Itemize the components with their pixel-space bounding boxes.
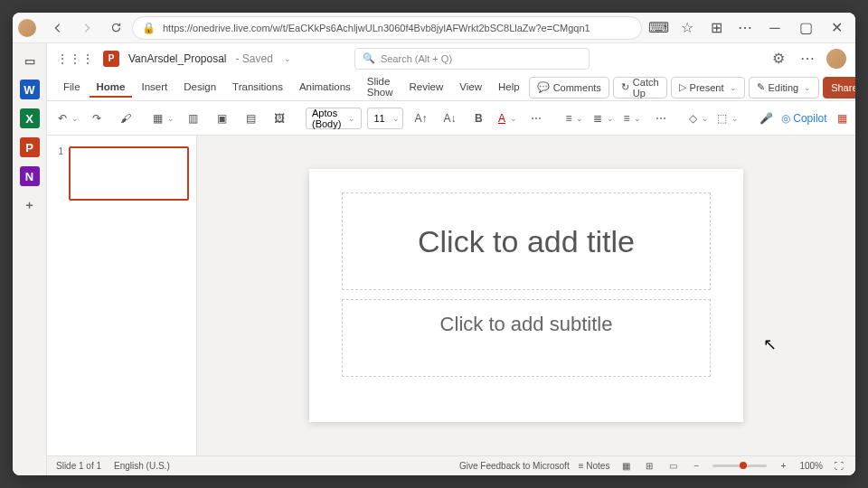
reset-button[interactable]: ▣ (210, 107, 233, 130)
editing-button[interactable]: ✎ Editing ⌄ (749, 77, 820, 99)
ribbon: ↶⌄ ↷ 🖌 ▦⌄ ▥ ▣ ▤ 🖼 Aptos (Body)⌄ 11⌄ A↑ A… (47, 101, 855, 136)
main: ⋮⋮⋮ P VanArsdel_Proposal - Saved ⌄ 🔍 Sea… (47, 43, 855, 475)
profile-avatar[interactable] (18, 19, 36, 37)
user-avatar[interactable] (826, 49, 846, 69)
language-indicator[interactable]: English (U.S.) (114, 461, 170, 471)
dock-excel[interactable]: X (20, 108, 40, 128)
minimize-button[interactable]: ─ (761, 15, 788, 41)
decrease-font-button[interactable]: A↓ (438, 107, 461, 130)
maximize-button[interactable]: ▢ (792, 15, 819, 41)
lock-icon: 🔒 (142, 22, 156, 34)
powerpoint-logo: P (103, 51, 119, 67)
settings-icon[interactable]: ⚙ (769, 49, 788, 69)
bold-button[interactable]: B (467, 107, 490, 130)
zoom-in-button[interactable]: + (776, 459, 790, 474)
notes-button[interactable]: ≡ Notes (579, 461, 610, 471)
tab-file[interactable]: File (56, 78, 88, 98)
tab-view[interactable]: View (452, 78, 489, 98)
picture-button[interactable]: 🖼 (268, 107, 291, 130)
format-painter-button[interactable]: 🖌 (114, 107, 137, 130)
app-header: ⋮⋮⋮ P VanArsdel_Proposal - Saved ⌄ 🔍 Sea… (47, 43, 855, 74)
collections-icon[interactable]: ⊞ (703, 15, 729, 41)
slide-indicator[interactable]: Slide 1 of 1 (56, 461, 101, 471)
zoom-slider[interactable] (712, 465, 767, 467)
title-placeholder[interactable]: Click to add title (342, 192, 711, 290)
layout-button[interactable]: ▥ (181, 107, 204, 130)
save-status: - Saved (236, 52, 273, 65)
status-bar: Slide 1 of 1 English (U.S.) Give Feedbac… (47, 455, 855, 475)
document-title[interactable]: VanArsdel_Proposal (128, 52, 227, 65)
designer-button[interactable]: ▦ (830, 107, 854, 130)
app-dock: ▭ W X P N ＋ (13, 43, 47, 475)
feedback-link[interactable]: Give Feedback to Microsoft (459, 461, 570, 471)
sorter-view-icon[interactable]: ⊞ (642, 459, 656, 474)
tab-animations[interactable]: Animations (292, 78, 358, 98)
more-header-icon[interactable]: ⋯ (797, 49, 817, 69)
slide: Click to add title Click to add subtitle (309, 169, 743, 422)
tab-review[interactable]: Review (402, 78, 451, 98)
zoom-level[interactable]: 100% (799, 461, 823, 471)
dock-tab[interactable]: ▭ (20, 51, 40, 70)
arrange-button[interactable]: ⬚⌄ (716, 107, 740, 130)
more-icon[interactable]: ⋯ (732, 15, 758, 41)
body: ▭ W X P N ＋ ⋮⋮⋮ P VanArsdel_Proposal - S… (13, 43, 855, 475)
redo-button[interactable]: ↷ (85, 107, 108, 130)
increase-font-button[interactable]: A↑ (409, 107, 432, 130)
share-button[interactable]: Share ⌄ (823, 77, 855, 99)
thumbnail-1[interactable]: 1 (54, 146, 189, 201)
slide-thumbnails: 1 (47, 136, 197, 455)
catchup-button[interactable]: ↻ Catch Up (613, 77, 667, 99)
tab-insert[interactable]: Insert (134, 78, 175, 98)
fit-view-icon[interactable]: ⛶ (832, 459, 846, 474)
tab-design[interactable]: Design (176, 78, 223, 98)
more-font-button[interactable]: ⋯ (524, 107, 548, 130)
new-slide-button[interactable]: ▦⌄ (152, 107, 175, 130)
font-color-button[interactable]: A⌄ (495, 107, 519, 130)
favorite-icon[interactable]: ☆ (675, 15, 700, 41)
undo-button[interactable]: ↶⌄ (56, 107, 80, 130)
present-button[interactable]: ▷ Present ⌄ (671, 77, 745, 99)
align-button[interactable]: ≡⌄ (620, 107, 644, 130)
subtitle-placeholder[interactable]: Click to add subtitle (342, 299, 711, 377)
slide-canvas[interactable]: Click to add title Click to add subtitle (197, 136, 855, 455)
numbering-button[interactable]: ≣⌄ (591, 107, 615, 130)
more-para-button[interactable]: ⋯ (649, 107, 673, 130)
copilot-button[interactable]: ◎ Copilot (792, 107, 816, 130)
back-button[interactable] (45, 15, 71, 41)
tab-transitions[interactable]: Transitions (225, 78, 290, 98)
tab-home[interactable]: Home (90, 78, 133, 98)
thumbnail-preview (69, 146, 189, 201)
search-input[interactable]: 🔍 Search (Alt + Q) (354, 48, 590, 70)
tab-slideshow[interactable]: Slide Show (360, 72, 401, 103)
translate-icon[interactable]: ⌨ (646, 15, 671, 41)
zoom-out-button[interactable]: − (689, 459, 703, 474)
ribbon-tabs: File Home Insert Design Transitions Anim… (47, 74, 855, 101)
bullets-button[interactable]: ≡⌄ (562, 107, 586, 130)
shapes-button[interactable]: ◇⌄ (687, 107, 711, 130)
section-button[interactable]: ▤ (239, 107, 262, 130)
font-size-select[interactable]: 11⌄ (367, 108, 403, 129)
reading-view-icon[interactable]: ▭ (665, 459, 680, 474)
tab-help[interactable]: Help (491, 78, 527, 98)
thumbnail-number: 1 (54, 146, 63, 201)
forward-button (74, 15, 99, 41)
chevron-down-icon[interactable]: ⌄ (284, 54, 291, 63)
app-launcher-icon[interactable]: ⋮⋮⋮ (56, 52, 94, 66)
normal-view-icon[interactable]: ▦ (618, 459, 633, 474)
dock-powerpoint[interactable]: P (20, 137, 40, 157)
search-icon: 🔍 (363, 52, 375, 64)
work-area: 1 Click to add title Click to add subtit… (47, 136, 855, 455)
search-placeholder: Search (Alt + Q) (381, 53, 452, 64)
dictate-button[interactable]: 🎤 (754, 107, 778, 130)
dock-onenote[interactable]: N (20, 166, 40, 186)
browser-titlebar: 🔒 https://onedrive.live.com/w/t/EaCKkPs6… (13, 13, 855, 43)
refresh-button[interactable] (103, 15, 128, 41)
url-text: https://onedrive.live.com/w/t/EaCKkPs6Ac… (163, 23, 590, 33)
close-button[interactable]: ✕ (823, 15, 850, 41)
dock-add[interactable]: ＋ (20, 195, 40, 215)
dock-word[interactable]: W (20, 80, 40, 99)
address-bar[interactable]: 🔒 https://onedrive.live.com/w/t/EaCKkPs6… (132, 16, 642, 40)
comments-button[interactable]: 💬 Comments (529, 77, 609, 99)
app-window: 🔒 https://onedrive.live.com/w/t/EaCKkPs6… (13, 13, 855, 475)
font-select[interactable]: Aptos (Body)⌄ (306, 108, 362, 129)
